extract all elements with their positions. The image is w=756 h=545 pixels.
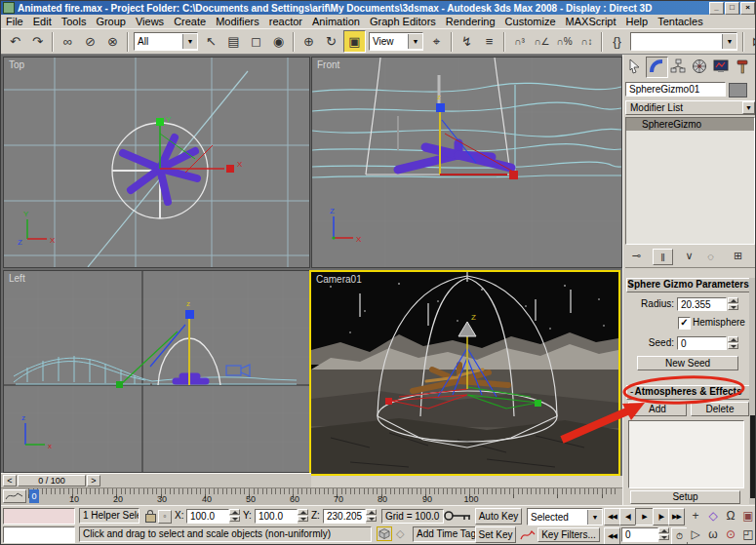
go-to-end-icon[interactable]: ▶▶ [668,508,685,526]
mirror-icon[interactable]: ⋈ [748,31,756,52]
make-unique-icon[interactable]: ∨ [680,249,698,263]
x-coord-field[interactable]: 100.0 [186,509,229,524]
tab-hierarchy[interactable] [667,57,688,76]
menu-tools[interactable]: Tools [57,16,92,27]
menu-create[interactable]: Create [169,16,211,27]
setup-button[interactable]: Setup [630,490,740,504]
menu-tentacles[interactable]: Tentacles [653,16,707,27]
maxscript-listener-pink[interactable] [3,508,75,525]
spinner-snap-icon[interactable]: ∩↕ [577,31,597,52]
viewport-camera[interactable]: Z Camera01 [309,270,620,476]
bind-to-spacewarp-icon[interactable]: ⊗ [102,31,123,52]
window-crossing-icon[interactable]: ◉ [268,31,289,52]
rect-selection-region-icon[interactable]: ◻ [246,31,266,52]
selection-filter-dropdown[interactable]: All ▼ [134,32,198,51]
time-slider-next-button[interactable]: > [87,475,100,487]
configure-modifier-sets-icon[interactable]: ⊞ [729,249,747,263]
minimize-button[interactable]: _ [709,2,724,15]
menu-animation[interactable]: Animation [307,16,365,27]
y-coord-field[interactable]: 100.0 [255,509,298,524]
add-button[interactable]: Add [628,402,687,416]
play-button[interactable]: ▶ [635,508,654,526]
show-end-result-icon[interactable]: ‖ [653,249,673,265]
menu-reactor[interactable]: reactor [264,16,307,27]
edit-named-selections-icon[interactable]: {} [607,31,627,52]
restore-button[interactable]: □ [725,2,739,15]
use-pivot-center-icon[interactable]: ⌖ [426,31,447,52]
time-slider-handle[interactable]: 0 / 100 [18,475,86,487]
menu-views[interactable]: Views [131,16,169,27]
zoom-all-icon[interactable]: ◇ [704,508,722,524]
zoom-extents-icon[interactable]: Ω [722,508,739,524]
menu-edit[interactable]: Edit [28,16,57,27]
tab-display[interactable] [710,57,731,76]
close-button[interactable]: × [740,2,755,15]
tab-modify[interactable] [646,57,668,78]
snaps-toggle-icon[interactable]: ∩³ [509,31,530,52]
menu-help[interactable]: Help [621,16,654,27]
menu-rendering[interactable]: Rendering [441,16,500,27]
notification-icon[interactable]: ◇ [396,527,404,540]
remove-modifier-icon[interactable]: ◌ [701,249,720,263]
tab-create[interactable] [624,57,645,76]
viewport-top[interactable]: Y X Y X Z Top [3,57,310,268]
viewport-front[interactable]: z Z X Front [311,57,622,268]
tab-utilities[interactable] [732,57,752,76]
z-coord-field[interactable]: 230.205 [323,509,366,524]
menu-graph-editors[interactable]: Graph Editors [365,16,441,27]
time-slider-prev-button[interactable]: < [3,475,17,487]
pin-stack-icon[interactable]: ⊸ [627,249,646,263]
radius-field[interactable]: 20.355 [677,297,727,311]
redo-icon[interactable]: ↷ [27,31,48,52]
select-object-icon[interactable]: ↖ [201,31,221,52]
current-frame-field[interactable]: 0 [621,527,658,542]
z-spinner[interactable] [366,509,377,524]
panel-scrollbar-thumb[interactable] [750,415,755,498]
atmospheres-effects-rollout[interactable]: - Atmospheres & Effects [626,385,750,400]
adaptive-degradation-icon[interactable] [377,526,392,541]
auto-key-button[interactable]: Auto Key [475,508,522,525]
new-key-curve-icon[interactable] [520,528,536,541]
radius-spinner[interactable] [728,297,738,312]
seed-spinner[interactable] [728,336,738,351]
delete-button[interactable]: Delete [691,402,749,416]
arc-rotate-icon[interactable]: ⊙ [722,526,739,542]
prev-frame-icon[interactable]: ◀| [619,508,636,526]
viewport-left[interactable]: z z x Left [3,270,310,473]
menu-maxscript[interactable]: MAXScript [561,16,621,27]
menu-modifiers[interactable]: Modifiers [211,16,264,27]
unlink-selection-icon[interactable]: ⊘ [80,31,100,52]
seed-field[interactable]: 0 [677,336,727,350]
maxscript-listener-white[interactable] [3,526,75,543]
sphere-gizmo-params-rollout[interactable]: - Sphere Gizmo Parameters [626,278,750,292]
named-selection-dropdown[interactable]: ▼ [630,32,737,51]
hemisphere-checkbox[interactable]: ✓ [678,317,691,330]
object-color-swatch[interactable] [729,83,747,97]
select-and-rotate-icon[interactable]: ↻ [321,31,341,52]
frame-spinner[interactable] [658,527,669,542]
select-and-move-icon[interactable]: ⊕ [298,31,319,52]
new-seed-button[interactable]: New Seed [637,356,738,370]
zoom-icon[interactable]: + [687,508,704,524]
modifier-list-dropdown[interactable]: Modifier List [625,100,756,115]
absolute-offset-toggle[interactable]: ▫ [158,510,172,524]
select-and-manipulate-icon[interactable]: ↯ [457,31,477,52]
key-filters-button[interactable]: Key Filters... [537,527,600,542]
select-by-name-icon[interactable]: ▤ [223,31,244,52]
key-mode-toggle[interactable]: ◀◀ [604,527,620,545]
zoom-extents-all-icon[interactable]: ▣ [739,508,756,524]
modifier-list-arrow[interactable]: ▼ [742,101,755,114]
pan-icon[interactable]: ω [704,526,722,542]
maximize-toggle-icon[interactable]: ◰ [739,526,756,542]
select-and-link-icon[interactable]: ∞ [58,31,78,52]
y-spinner[interactable] [298,509,308,524]
current-frame-marker[interactable]: 0 [29,489,39,503]
select-and-scale-icon[interactable]: ▣ [343,30,366,53]
x-spinner[interactable] [229,509,240,524]
fov-icon[interactable]: ▷ [687,526,704,542]
go-to-start-icon[interactable]: ◀◀ [604,508,620,526]
menu-file[interactable]: File [1,16,28,27]
atmospheres-list[interactable] [628,420,744,488]
track-bar[interactable]: 0 10 20 30 40 50 60 70 80 90 100 [1,487,622,505]
undo-icon[interactable]: ↶ [5,31,25,52]
